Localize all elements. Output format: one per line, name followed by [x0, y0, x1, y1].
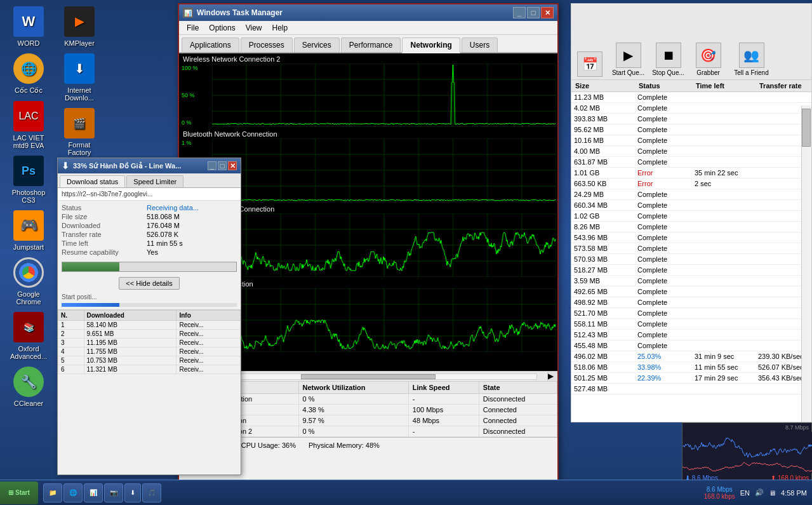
rp-table-row[interactable]: 501.25 MB 22.39% 17 min 29 sec 356.43 KB… [571, 373, 811, 384]
taskbar-item-1[interactable]: 📊 [84, 483, 103, 502]
rp-scrollbar[interactable] [801, 105, 811, 422]
rp-table-row[interactable]: 543.96 MB Complete [571, 232, 811, 243]
stop-queue-button[interactable]: ⏹ Stop Que... [651, 43, 686, 77]
rp-table-row[interactable]: 573.58 MB Complete [571, 243, 811, 254]
tm-menu-bar: File Options View Help [179, 21, 557, 35]
tm-close-button[interactable]: ✕ [541, 7, 554, 18]
rp-table-row[interactable]: 4.00 MB Complete [571, 146, 811, 157]
rp-table-row[interactable]: 496.02 MB 25.03% 31 min 9 sec 239.30 KB/… [571, 351, 811, 362]
rp-table-row[interactable]: 24.29 MB Complete [571, 189, 811, 200]
tab-processes[interactable]: Processes [241, 37, 293, 52]
desktop-icon-lacviet[interactable]: LAC LAC VIETmtd9 EVA [6, 101, 51, 149]
dm-minimize-button[interactable]: _ [208, 161, 216, 170]
tab-networking[interactable]: Networking [402, 37, 460, 53]
dm-tab-speed[interactable]: Speed Limiter [126, 175, 183, 187]
rp-table-row[interactable]: 3.59 MB Complete [571, 276, 811, 286]
dm-start-position: Start positi... [58, 292, 241, 302]
tm-memory: Physical Memory: 48% [309, 441, 380, 449]
dm-maximize-button[interactable]: □ [218, 161, 227, 170]
rp-table-body: 11.23 MB Complete 4.02 MB Complete 393.8… [571, 92, 811, 408]
tm-maximize-button[interactable]: □ [527, 7, 540, 18]
taskbar-item-3[interactable]: ⬇ [124, 483, 141, 502]
desktop-icon-oxford[interactable]: 📚 Oxford Advanced... [6, 312, 51, 360]
desktop-icon-kmplayer[interactable]: ▶ KMPlayer [57, 6, 102, 47]
col-utilization[interactable]: Network Utilization [298, 382, 408, 394]
grabber-button[interactable]: 🎯 Grabber [691, 43, 726, 77]
rp-table-row[interactable]: 631.87 MB Complete [571, 157, 811, 168]
taskbar-item-2[interactable]: 📷 [104, 483, 123, 502]
rp-table-row[interactable]: 558.11 MB Complete [571, 319, 811, 330]
network-icon: 🖥 [769, 489, 776, 497]
tm-cpu: CPU Usage: 36% [241, 441, 296, 449]
dm-close-button[interactable]: ✕ [228, 161, 237, 170]
tm-window-controls: _ □ ✕ [513, 7, 554, 18]
rp-table-row[interactable]: 570.93 MB Complete [571, 254, 811, 265]
rp-table-row[interactable]: 512.43 MB Complete [571, 330, 811, 340]
desktop-icon-format-factory[interactable]: 🎬 Format Factory [57, 108, 102, 156]
menu-help[interactable]: Help [267, 22, 293, 34]
dm-hide-button[interactable]: << Hide details [119, 277, 179, 290]
scroll-track [199, 374, 537, 380]
menu-options[interactable]: Options [204, 22, 240, 34]
rp-table-row[interactable]: 518.06 MB 33.98% 11 min 55 sec 526.07 KB… [571, 362, 811, 373]
col-speed[interactable]: Link Speed [408, 382, 479, 394]
rp-table-row[interactable]: 527.48 MB [571, 384, 811, 394]
rp-table-row[interactable]: 95.62 MB Complete [571, 125, 811, 135]
tm-tabs: Applications Processes Services Performa… [179, 35, 557, 53]
rp-table-row[interactable]: 498.92 MB Complete [571, 297, 811, 308]
tab-applications[interactable]: Applications [182, 37, 239, 52]
tab-users[interactable]: Users [462, 37, 498, 52]
start-button[interactable]: ⊞ Start [0, 481, 38, 504]
desktop-icon-jumpstart[interactable]: 🎮 Jumpstart [6, 210, 51, 251]
rp-scroll-thumb[interactable] [802, 109, 811, 147]
dm-file-row[interactable]: 4 11.755 MB Receiv... [58, 347, 241, 356]
dm-col-downloaded: Downloaded [84, 311, 176, 321]
dm-file-row[interactable]: 1 58.140 MB Receiv... [58, 321, 241, 330]
dm-progress-bar-container [62, 262, 237, 272]
rp-table-row[interactable]: 455.48 MB Complete [571, 340, 811, 351]
desktop-icon-internet-dl[interactable]: ⬇ Internet Downlo... [57, 53, 102, 102]
taskbar-item-4[interactable]: 🎵 [142, 483, 161, 502]
tm-title-icon: 📊 [183, 8, 193, 18]
rp-table-row[interactable]: 10.16 MB Complete [571, 135, 811, 146]
rp-table-row[interactable]: 518.27 MB Complete [571, 265, 811, 276]
menu-file[interactable]: File [182, 22, 204, 34]
tm-minimize-button[interactable]: _ [513, 7, 526, 18]
tab-services[interactable]: Services [294, 37, 340, 52]
scroll-right-btn[interactable]: ▶ [547, 372, 557, 381]
taskbar-item-ie[interactable]: 🌐 [63, 483, 83, 502]
dm-file-row[interactable]: 3 11.195 MB Receiv... [58, 339, 241, 347]
rp-table-row[interactable]: 1.02 GB Complete [571, 211, 811, 222]
desktop-icon-photoshop[interactable]: Ps Photoshop CS3 [6, 156, 51, 204]
start-queue-button[interactable]: ▶ Start Que... [611, 43, 646, 77]
dm-tabs: Download status Speed Limiter [58, 173, 241, 188]
rp-table-row[interactable]: 393.83 MB Complete [571, 114, 811, 125]
dm-progress-fill [62, 262, 119, 271]
tab-performance[interactable]: Performance [341, 37, 401, 52]
desktop-icon-coccoc[interactable]: 🌐 Cốc Cốc [6, 53, 51, 95]
dm-file-row[interactable]: 2 9.651 MB Receiv... [58, 330, 241, 339]
dm-file-row[interactable]: 5 10.753 MB Receiv... [58, 356, 241, 365]
rp-table-row[interactable]: 492.65 MB Complete [571, 286, 811, 297]
rp-table-row[interactable]: 521.70 MB Complete [571, 308, 811, 319]
tell-friend-button[interactable]: 👥 Tell a Friend [731, 43, 772, 77]
dm-tab-status[interactable]: Download status [60, 175, 125, 187]
rp-table-row[interactable]: 8.26 MB Complete [571, 222, 811, 232]
dm-col-n: N. [58, 311, 84, 321]
desktop-icon-chrome[interactable]: Google Chrome [6, 257, 51, 306]
chart-wireless2-title: Wireless Network Connection 2 [180, 55, 556, 64]
rp-table-row[interactable]: 1.01 GB Error 35 min 22 sec [571, 168, 811, 178]
scheduler-button[interactable]: 📅 [574, 51, 606, 77]
rp-table-row[interactable]: 11.23 MB Complete [571, 92, 811, 103]
rp-table-header: Size Status Time left Transfer rate [571, 80, 811, 92]
menu-view[interactable]: View [241, 22, 267, 34]
desktop-icon-ccleaner[interactable]: 🔧 CCleaner [6, 367, 51, 407]
scroll-thumb[interactable] [301, 374, 436, 379]
rp-table-row[interactable]: 4.02 MB Complete [571, 103, 811, 114]
rp-table-row[interactable]: 663.50 KB Error 2 sec [571, 178, 811, 189]
taskbar-item-explorer[interactable]: 📁 [43, 483, 62, 502]
rp-table-row[interactable]: 660.34 MB Complete [571, 200, 811, 211]
dm-file-row[interactable]: 6 11.321 MB Receiv... [58, 365, 241, 374]
desktop-icon-word[interactable]: W WORD [6, 6, 51, 47]
col-state[interactable]: State [479, 382, 557, 394]
